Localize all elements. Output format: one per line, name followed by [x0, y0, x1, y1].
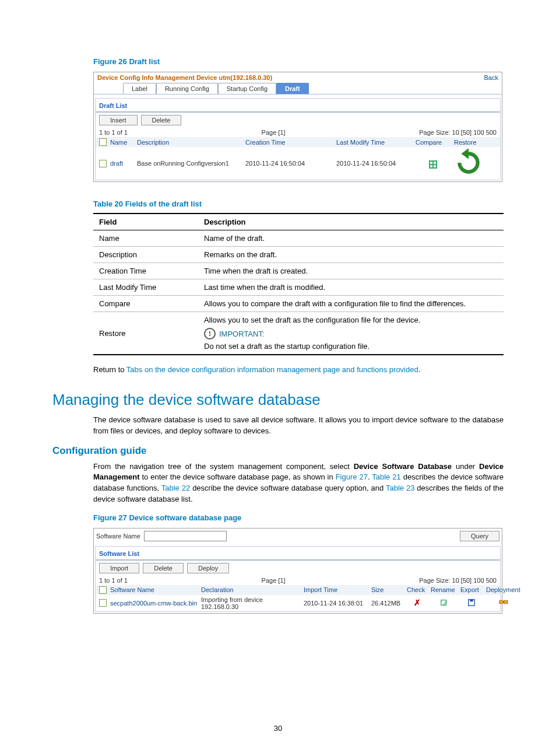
table-row: CompareAllows you to compare the draft w… [93, 296, 504, 312]
heading-managing: Managing the device software database [52, 391, 504, 409]
col-restore: Restore [454, 139, 483, 146]
panel-title-software-list: Software List [96, 547, 500, 561]
pager-size: Page Size: 10 [50] 100 500 [419, 577, 497, 584]
row-checkbox[interactable] [99, 599, 107, 607]
import-button[interactable]: Import [99, 563, 139, 573]
rename-icon[interactable] [431, 598, 457, 608]
row-ctime: 2010-11-24 16:50:04 [245, 160, 333, 167]
select-all-checkbox[interactable] [99, 138, 107, 146]
deploy-button[interactable]: Deploy [187, 563, 229, 573]
table-row: Creation TimeTime when the draft is crea… [93, 263, 504, 279]
row-checkbox[interactable] [99, 160, 107, 167]
tab-running-config[interactable]: Running Config [156, 83, 218, 94]
pager-range: 1 to 1 of 1 [99, 577, 128, 584]
table-row-restore: Restore Allows you to set the draft as t… [93, 312, 504, 355]
col-import-time: Import Time [304, 586, 368, 593]
th-field: Field [93, 214, 198, 230]
return-link[interactable]: Tabs on the device configuration informa… [126, 365, 418, 374]
figure26-screenshot: Device Config Info Management Device utm… [93, 72, 502, 182]
col-description: Description [137, 139, 242, 146]
svg-rect-3 [499, 600, 503, 603]
tab-label[interactable]: Label [123, 83, 156, 94]
insert-button[interactable]: Insert [99, 115, 138, 125]
pager-size: Page Size: 10 [50] 100 500 [419, 129, 497, 136]
panel-title-draft-list: Draft List [96, 99, 500, 113]
important-icon: ! [204, 328, 216, 340]
table-row: Last Modify TimeLast time when the draft… [93, 279, 504, 296]
tab-draft[interactable]: Draft [276, 83, 309, 94]
col-name: Name [110, 139, 133, 146]
delete-button[interactable]: Delete [141, 115, 182, 125]
link-table22[interactable]: Table 22 [161, 484, 190, 492]
link-figure27[interactable]: Figure 27 [336, 473, 368, 481]
important-label: IMPORTANT: [219, 330, 265, 338]
software-row: secpath2000um-cmw-back.bin Importing fro… [96, 595, 500, 611]
row-declaration: Importing from device 192.168.0.30 [201, 596, 300, 610]
restore-line1: Allows you to set the draft as the confi… [204, 316, 498, 324]
col-declaration: Declaration [201, 586, 300, 593]
page-number: 30 [0, 724, 556, 733]
tab-startup-config[interactable]: Startup Config [218, 83, 276, 94]
figure26-caption: Figure 26 Draft list [93, 57, 504, 66]
col-last-modify: Last Modify Time [336, 139, 412, 146]
heading-config-guide: Configuration guide [52, 445, 504, 457]
restore-line2: Do not set a draft as the startup config… [204, 342, 498, 351]
pager-page: Page [1] [128, 129, 419, 136]
link-table21[interactable]: Table 21 [372, 473, 401, 481]
table20: Field Description NameName of the draft.… [93, 213, 504, 355]
query-button[interactable]: Query [460, 531, 499, 541]
col-check: Check [407, 586, 427, 593]
draft-row: draft Base onRunning Configversion1 2010… [96, 147, 500, 180]
important-callout: ! IMPORTANT: [204, 328, 498, 340]
restore-icon[interactable] [454, 148, 483, 178]
col-export: Export [460, 586, 483, 593]
figure27-caption: Figure 27 Device software database page [93, 513, 504, 522]
intro-paragraph: The device software database is used to … [93, 415, 504, 437]
pager-page: Page [1] [128, 577, 419, 584]
col-compare: Compare [416, 139, 451, 146]
col-rename: Rename [431, 586, 457, 593]
row-desc: Base onRunning Configversion1 [137, 160, 242, 167]
guide-paragraph: From the navigation tree of the system m… [93, 461, 504, 505]
row-software-name[interactable]: secpath2000um-cmw-back.bin [110, 600, 198, 607]
draft-grid-header: Name Description Creation Time Last Modi… [96, 137, 500, 147]
table-row: DescriptionRemarks on the draft. [93, 247, 504, 263]
export-icon[interactable] [460, 598, 483, 608]
link-table23[interactable]: Table 23 [386, 484, 414, 492]
svg-rect-2 [470, 600, 473, 602]
back-link[interactable]: Back [484, 74, 498, 81]
col-deployment: Deployment [486, 586, 521, 593]
software-name-input[interactable] [144, 531, 227, 541]
svg-rect-4 [504, 600, 508, 603]
pager-range: 1 to 1 of 1 [99, 129, 128, 136]
col-creation-time: Creation Time [245, 139, 333, 146]
delete-button[interactable]: Delete [143, 563, 184, 573]
th-description: Description [198, 214, 504, 230]
compare-icon[interactable] [416, 159, 451, 169]
return-line: Return to Tabs on the device configurati… [93, 365, 504, 376]
deployment-icon[interactable] [486, 598, 521, 608]
breadcrumb-text: Device Config Info Management Device utm… [97, 74, 272, 81]
figure27-screenshot: Software Name Query Software List Import… [93, 528, 502, 614]
row-import-time: 2010-11-24 16:38:01 [304, 600, 368, 607]
row-name[interactable]: draft [110, 160, 133, 167]
software-grid-header: Software Name Declaration Import Time Si… [96, 585, 500, 595]
table-row: NameName of the draft. [93, 230, 504, 247]
row-mtime: 2010-11-24 16:50:04 [336, 160, 412, 167]
col-software-name: Software Name [110, 586, 198, 593]
query-label: Software Name [96, 533, 140, 540]
select-all-checkbox[interactable] [99, 586, 107, 594]
table20-caption: Table 20 Fields of the draft list [93, 200, 504, 208]
check-icon[interactable]: ✗ [407, 598, 427, 608]
row-size: 26.412MB [371, 600, 403, 607]
col-size: Size [371, 586, 403, 593]
